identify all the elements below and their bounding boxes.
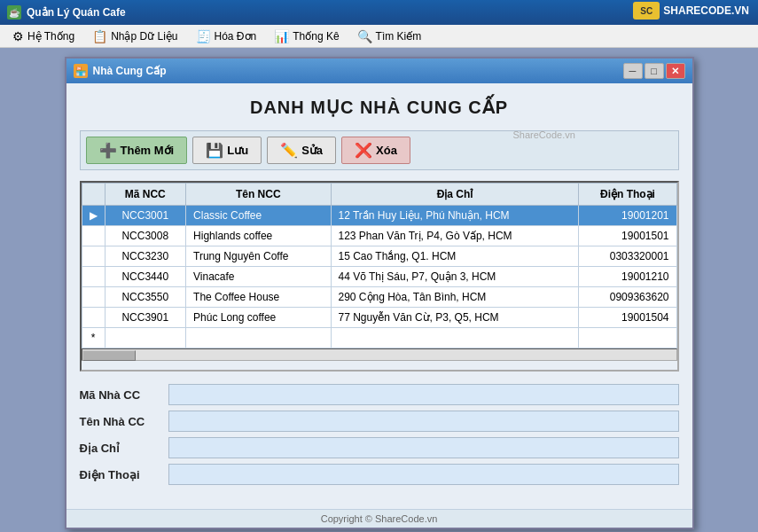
menu-hoa-don-label: Hóa Đơn	[215, 30, 257, 43]
window-title: Nhà Cung Cấp	[93, 65, 167, 77]
menu-he-thong-label: Hệ Thống	[27, 30, 74, 43]
row-indicator	[82, 267, 105, 287]
copyright-text: Copyright © ShareCode.vn	[321, 513, 438, 524]
input-dien-thoai[interactable]	[168, 464, 679, 485]
minimize-button[interactable]: ─	[623, 63, 643, 79]
sharecode-logo: SC SHARECODE.VN	[633, 2, 749, 20]
app-icon: ☕	[7, 5, 21, 20]
table-row[interactable]: NCC3230Trung Nguyên Coffe15 Cao Thắng, Q…	[82, 246, 676, 267]
row-indicator: ▶	[82, 206, 105, 226]
col-ma-ncc: Mã NCC	[105, 184, 186, 206]
nha-cung-cap-window: 🏪 Nhà Cung Cấp ─ □ ✕ DANH MỤC NHÀ CUNG C…	[65, 57, 694, 529]
menu-hoa-don[interactable]: 🧾 Hóa Đơn	[187, 27, 266, 46]
col-indicator	[82, 184, 105, 206]
cell-ma-ncc: NCC3001	[105, 206, 186, 226]
taskbar: ☕ Quản Lý Quán Cafe SC SHARECODE.VN	[0, 0, 758, 25]
table-row[interactable]: NCC3440Vinacafe44 Võ Thị Sáu, P7, Quận 3…	[82, 267, 676, 287]
new-row-cell	[186, 328, 331, 348]
table-header-row: Mã NCC Tên NCC Địa Chỉ Điện Thoại	[82, 184, 676, 206]
window-content: DANH MỤC NHÀ CUNG CẤP ➕ Thêm Mới 💾 Lưu ✏…	[66, 83, 692, 509]
new-row-cell	[579, 328, 676, 348]
cell-dia-chi: 12 Trần Huy Liệu, Phú Nhuận, HCM	[331, 206, 579, 226]
luu-button[interactable]: 💾 Lưu	[192, 137, 262, 164]
cell-dien-thoai: 0303320001	[579, 246, 676, 267]
sua-button[interactable]: ✏️ Sửa	[267, 137, 336, 164]
xoa-button[interactable]: ❌ Xóa	[341, 137, 410, 164]
tim-kiem-icon: 🔍	[357, 29, 372, 43]
table-row[interactable]: NCC3901Phúc Long coffee77 Nguyễn Văn Cừ,…	[82, 308, 676, 328]
col-dien-thoai: Điện Thoại	[579, 184, 676, 206]
form-label-dien-thoai: Điện Thoại	[80, 468, 168, 481]
menu-he-thong[interactable]: ⚙ Hệ Thống	[4, 27, 83, 46]
nha-cung-cap-table: Mã NCC Tên NCC Địa Chỉ Điện Thoại ▶NCC30…	[82, 183, 677, 348]
menu-nhap-du-lieu-label: Nhập Dữ Liệu	[111, 30, 177, 43]
new-row-cell	[331, 328, 579, 348]
toolbar: ➕ Thêm Mới 💾 Lưu ✏️ Sửa ❌ Xóa ShareCode.…	[80, 130, 679, 170]
col-dia-chi: Địa Chỉ	[331, 184, 579, 206]
page-title: DANH MỤC NHÀ CUNG CẤP	[80, 97, 679, 118]
row-indicator	[82, 308, 105, 328]
desktop: 🏪 Nhà Cung Cấp ─ □ ✕ DANH MỤC NHÀ CUNG C…	[0, 48, 758, 532]
form-row-dia-chi: Địa Chỉ	[80, 437, 679, 458]
form-row-ten-nha-cc: Tên Nhà CC	[80, 411, 679, 432]
form-label-ten-nha-cc: Tên Nhà CC	[80, 415, 168, 428]
table-row[interactable]: NCC3550The Coffee House290 Cộng Hòa, Tân…	[82, 287, 676, 308]
window-controls: ─ □ ✕	[623, 63, 685, 79]
cell-dien-thoai: 0909363620	[579, 287, 676, 308]
input-ma-nha-cc[interactable]	[168, 384, 679, 405]
menu-thong-ke[interactable]: 📊 Thống Kê	[265, 27, 348, 46]
them-moi-label: Thêm Mới	[121, 144, 175, 157]
cell-ten-ncc: Highlands coffee	[186, 226, 331, 246]
row-indicator	[82, 246, 105, 267]
input-ten-nha-cc[interactable]	[168, 411, 679, 432]
horizontal-scrollbar[interactable]	[82, 348, 677, 361]
logo-text: SHARECODE.VN	[663, 4, 749, 17]
luu-label: Lưu	[227, 144, 248, 157]
form-row-dien-thoai: Điện Thoại	[80, 464, 679, 485]
col-ten-ncc: Tên NCC	[186, 184, 331, 206]
row-indicator	[82, 226, 105, 246]
cell-dia-chi: 15 Cao Thắng, Q1. HCM	[331, 246, 579, 267]
cell-ma-ncc: NCC3440	[105, 267, 186, 287]
sua-label: Sửa	[301, 144, 323, 157]
close-button[interactable]: ✕	[666, 63, 685, 79]
form-row-ma-nha-cc: Mã Nhà CC	[80, 384, 679, 405]
table-scroll-area[interactable]: Mã NCC Tên NCC Địa Chỉ Điện Thoại ▶NCC30…	[82, 183, 677, 348]
cell-ten-ncc: Trung Nguyên Coffe	[186, 246, 331, 267]
menu-tim-kiem[interactable]: 🔍 Tìm Kiếm	[348, 27, 431, 46]
maximize-button[interactable]: □	[645, 63, 664, 79]
cell-dien-thoai: 19001501	[579, 226, 676, 246]
cell-ten-ncc: The Coffee House	[186, 287, 331, 308]
form-label-dia-chi: Địa Chỉ	[80, 442, 168, 455]
menubar: ⚙ Hệ Thống 📋 Nhập Dữ Liệu 🧾 Hóa Đơn 📊 Th…	[0, 25, 758, 48]
window-titlebar: 🏪 Nhà Cung Cấp ─ □ ✕	[66, 59, 692, 83]
window-icon: 🏪	[74, 64, 88, 78]
xoa-label: Xóa	[376, 144, 397, 157]
app-title: Quản Lý Quán Cafe	[27, 6, 126, 19]
cell-ten-ncc: Vinacafe	[186, 267, 331, 287]
toolbar-watermark: ShareCode.vn	[416, 129, 673, 159]
logo-icon: SC	[633, 2, 660, 20]
table-row[interactable]: NCC3008Highlands coffee123 Phan Văn Trị,…	[82, 226, 676, 246]
them-moi-icon: ➕	[99, 142, 117, 159]
them-moi-button[interactable]: ➕ Thêm Mới	[86, 137, 188, 164]
cell-ma-ncc: NCC3230	[105, 246, 186, 267]
cell-ma-ncc: NCC3550	[105, 287, 186, 308]
table-row[interactable]: ▶NCC3001Classic Coffee12 Trần Huy Liệu, …	[82, 206, 676, 226]
he-thong-icon: ⚙	[12, 29, 24, 43]
new-row-indicator: *	[82, 328, 105, 348]
cell-ma-ncc: NCC3901	[105, 308, 186, 328]
scrollbar-thumb[interactable]	[82, 350, 136, 361]
data-table-wrapper: Mã NCC Tên NCC Địa Chỉ Điện Thoại ▶NCC30…	[80, 181, 679, 372]
cell-ma-ncc: NCC3008	[105, 226, 186, 246]
nhap-du-lieu-icon: 📋	[92, 29, 107, 43]
thong-ke-icon: 📊	[274, 29, 289, 43]
cell-dien-thoai: 19001504	[579, 308, 676, 328]
table-body: ▶NCC3001Classic Coffee12 Trần Huy Liệu, …	[82, 206, 676, 348]
menu-nhap-du-lieu[interactable]: 📋 Nhập Dữ Liệu	[83, 27, 186, 46]
new-row-cell	[105, 328, 186, 348]
copyright-bar: Copyright © ShareCode.vn	[66, 509, 692, 528]
sua-icon: ✏️	[280, 142, 298, 159]
cell-dia-chi: 290 Cộng Hòa, Tân Bình, HCM	[331, 287, 579, 308]
input-dia-chi[interactable]	[168, 437, 679, 458]
